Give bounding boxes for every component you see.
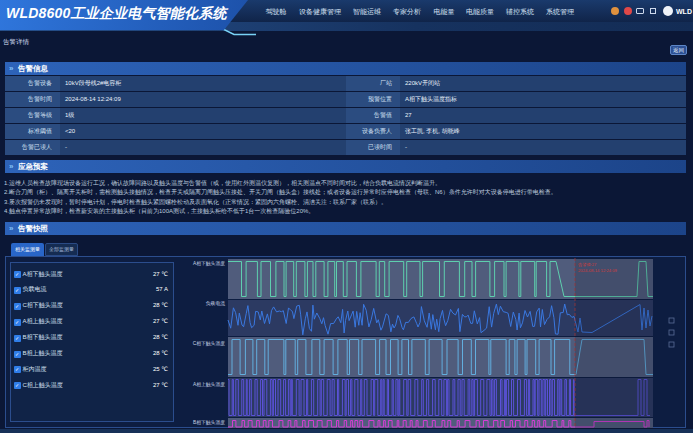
svg-text:B相下触头温度: B相下触头温度 [193,419,225,426]
svg-text:负载电流: 负载电流 [206,300,225,307]
svg-text:A相下触头温度: A相下触头温度 [193,260,225,267]
svg-text:2024-08-14 12:24:09: 2024-08-14 12:24:09 [578,268,618,273]
svg-text:A相上触头温度: A相上触头温度 [193,381,225,388]
svg-text:告警值:27: 告警值:27 [577,262,597,267]
svg-text:C相下触头温度: C相下触头温度 [193,340,225,347]
